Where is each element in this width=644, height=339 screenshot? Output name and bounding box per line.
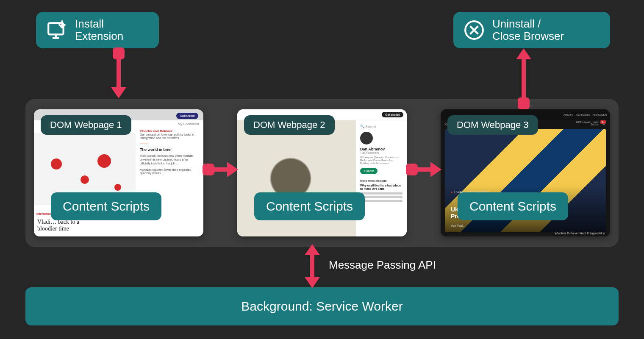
card2-sidebar: 🔍 Search Dan Abramov 73K Followers Worki… — [356, 120, 407, 236]
author-bio: Working on @reactjs. Co-author of Redux … — [360, 156, 402, 165]
install-label: Install Extension — [75, 18, 123, 42]
install-extension-node: Install Extension — [36, 12, 159, 48]
follow-pill: Follow — [360, 168, 378, 174]
zplus-icon: Z+ — [600, 120, 606, 124]
uninstall-label-line1: Uninstall / — [492, 18, 564, 30]
dom-webpage-2-label: DOM Webpage 2 — [244, 115, 335, 135]
top-nav-merkliste: MERKLISTE — [576, 114, 590, 116]
get-started-pill: Get started — [382, 112, 403, 117]
checks-tag: Checks and Balance — [140, 129, 199, 133]
svg-rect-0 — [48, 23, 63, 34]
arrow-up-icon — [305, 244, 320, 255]
uninstall-node: Uninstall / Close Browser — [453, 12, 610, 48]
arrow-line — [522, 58, 526, 98]
install-label-line1: Install — [75, 18, 123, 30]
card3-source: Von Paul… — [451, 224, 466, 227]
zeit-brand: ZEITmagazin — [576, 121, 591, 123]
arrow-up-icon — [516, 48, 531, 59]
dom-webpage-3-label: DOM Webpage 3 — [447, 115, 538, 135]
rishi-text: Rishi Sunak, Britain's new prime ministe… — [140, 154, 199, 165]
article-title: Why useEffect is a bad place to make API… — [360, 184, 402, 191]
arrow-line — [214, 167, 228, 172]
arrow-line — [418, 167, 431, 172]
my-economist-label: My Economist — [140, 122, 199, 126]
alphabet-text: Alphabet reported lower-than-expected qu… — [140, 168, 199, 176]
arrow-down-icon — [111, 87, 126, 98]
mehr-label: mehr — [593, 121, 599, 123]
top-nav-anmelden: ANMELDEN — [593, 114, 607, 116]
subscribe-pill: Subscribe — [176, 113, 198, 119]
world-brief: The world in brief — [140, 147, 199, 152]
background-label: Background: Service Worker — [241, 299, 402, 314]
arrow-line — [310, 253, 314, 279]
message-passing-api-label: Message Passing API — [329, 258, 436, 272]
background-service-worker-bar: Background: Service Worker — [25, 287, 619, 325]
install-icon — [46, 19, 67, 41]
search-label: 🔍 Search — [360, 125, 402, 128]
arrow-line — [117, 59, 121, 89]
uninstall-label-line2: Close Browser — [492, 30, 564, 42]
install-label-line2: Extension — [75, 30, 123, 42]
arrow-start-square — [203, 164, 214, 175]
card1-headline: Vladi… back to a bloodier time — [37, 219, 93, 232]
dom-webpage-1-label: DOM Webpage 1 — [41, 115, 131, 135]
arrow-right-icon — [430, 162, 441, 177]
uninstall-label: Uninstall / Close Browser — [492, 18, 564, 42]
arrow-right-icon — [227, 162, 238, 177]
arrow-start-square — [406, 164, 418, 175]
content-scripts-badge-1: Content Scripts — [51, 192, 161, 220]
content-scripts-badge-2: Content Scripts — [254, 192, 365, 220]
arrow-start-square — [518, 97, 530, 109]
followers: 73K Followers — [360, 151, 402, 154]
checks-sub: Our podcast on American politics looks a… — [140, 133, 199, 140]
author-avatar — [360, 132, 373, 144]
top-nav-archiv: ARCHIV — [564, 114, 573, 116]
content-scripts-badge-3: Content Scripts — [458, 192, 568, 220]
arrow-start-square — [113, 47, 125, 59]
close-circle-icon — [464, 19, 485, 41]
arrow-down-icon — [305, 277, 320, 288]
author-name: Dan Abramov — [360, 147, 402, 151]
more-from: More from Medium — [360, 179, 402, 182]
card3-footer: Wladimir Putin verhängt Kriegsrecht in — [555, 232, 605, 235]
